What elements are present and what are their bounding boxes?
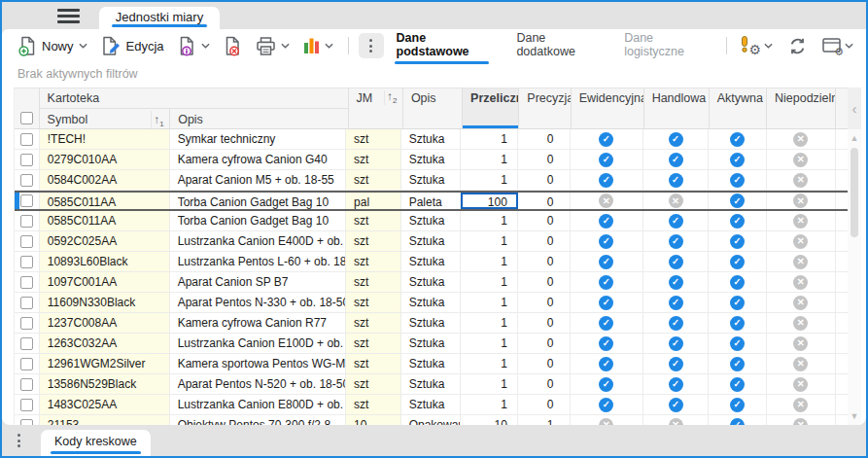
column-header-niepodzielna[interactable]: Niepodzielna [767, 88, 836, 128]
cell-opis[interactable]: Aparat Canion M5 + ob. 18-55 [170, 170, 346, 190]
settings-alert-button[interactable]: ⚙ [737, 34, 776, 57]
cell-przelicznik[interactable]: 10 [461, 415, 518, 425]
table-row[interactable]: 1483C025AA Lustrzanka Canion E800D + ob.… [15, 395, 848, 415]
table-row[interactable]: 0592C025AA Lustrzanka Canion E400D + ob.… [15, 231, 848, 252]
table-row[interactable]: 1263C032AA Lustrzanka Canion E100D + ob.… [15, 334, 848, 354]
cell-jm[interactable]: szt [346, 170, 401, 190]
tab-dane-dodatkowe[interactable]: Dane dodatkowe [514, 25, 597, 67]
cell-aktywna[interactable]: ✓ [709, 293, 766, 312]
cell-symbol[interactable]: 0585C011AA [40, 193, 170, 209]
cell-jm-opis[interactable]: Sztuka [401, 374, 462, 394]
cell-przelicznik[interactable]: 1 [461, 374, 518, 394]
cell-symbol[interactable]: 1263C032AA [40, 334, 170, 353]
cell-handlowa[interactable]: ✓ [643, 272, 709, 292]
cell-precyzja[interactable]: 0 [518, 395, 571, 414]
cell-handlowa[interactable]: ✓ [643, 313, 709, 333]
cell-precyzja[interactable]: 0 [518, 334, 571, 353]
scroll-up-button[interactable]: ▲ [848, 133, 861, 143]
cell-ewidencyjna[interactable]: ✓ [571, 334, 643, 353]
cell-aktywna[interactable]: ✓ [709, 129, 766, 149]
cell-jm[interactable]: szt [346, 293, 401, 312]
cell-precyzja[interactable]: 0 [518, 129, 571, 149]
cell-niepodzielna[interactable]: ✕ [767, 211, 836, 230]
cell-ewidencyjna[interactable]: ✓ [571, 313, 643, 333]
cell-przelicznik[interactable]: 1 [461, 150, 518, 169]
cell-symbol[interactable]: 11609N330Black [40, 293, 170, 312]
cell-ewidencyjna[interactable]: ✓ [571, 150, 643, 169]
cell-opis[interactable]: Aparat Pentos N-520 + ob. 18-50 [170, 374, 346, 394]
cell-opis[interactable]: Kamera cyfrowa Canion G40 [170, 150, 346, 169]
cell-handlowa[interactable]: ✓ [643, 395, 709, 414]
cell-ewidencyjna[interactable]: ✓ [571, 374, 643, 394]
cell-handlowa[interactable]: ✓ [643, 231, 709, 251]
table-row[interactable]: 12961WGM2Silver Kamera sportowa Pentos W… [15, 354, 848, 374]
cell-przelicznik[interactable]: 1 [461, 293, 518, 312]
cell-przelicznik[interactable]: 1 [461, 252, 518, 271]
cell-jm[interactable]: szt [346, 354, 401, 373]
column-header-jm[interactable]: JM ↑2 [349, 88, 403, 128]
cell-aktywna[interactable]: ✓ [709, 211, 766, 230]
print-button[interactable] [251, 34, 295, 58]
table-row[interactable]: !TECH! Symkar techniczny szt Sztuka 1 0 … [15, 129, 848, 150]
cell-aktywna[interactable]: ✓ [709, 252, 766, 271]
cell-przelicznik[interactable]: 1 [461, 211, 518, 230]
cell-ewidencyjna[interactable]: ✓ [571, 211, 643, 230]
tab-dane-podstawowe[interactable]: Dane podstawowe [395, 25, 490, 67]
cell-niepodzielna[interactable]: ✕ [767, 150, 836, 169]
row-checkbox[interactable] [20, 399, 33, 411]
refresh-button[interactable] [785, 35, 810, 57]
cell-handlowa[interactable]: ✓ [643, 354, 709, 373]
cell-opis[interactable]: Kamera sportowa Pentos WG-M2 [170, 354, 346, 373]
cell-ewidencyjna[interactable]: ✓ [571, 272, 643, 292]
cell-niepodzielna[interactable]: ✕ [767, 415, 836, 425]
cell-jm[interactable]: 10 [346, 415, 401, 425]
row-checkbox[interactable] [20, 337, 33, 350]
cell-ewidencyjna[interactable]: ✓ [571, 395, 643, 414]
row-checkbox[interactable] [20, 358, 33, 370]
cell-jm-opis[interactable]: Sztuka [401, 272, 462, 292]
cell-aktywna[interactable]: ✓ [709, 334, 766, 353]
row-checkbox[interactable] [20, 276, 33, 289]
cell-jm[interactable]: szt [346, 334, 401, 353]
cell-opis[interactable]: Torba Canion Gadget Bag 10 [170, 193, 346, 209]
cell-jm-opis[interactable]: Sztuka [401, 129, 462, 149]
cell-opis[interactable]: Obiektyw Pentos 70-300 f/2.8 [170, 415, 346, 425]
cell-jm-opis[interactable]: Sztuka [401, 170, 462, 190]
cell-niepodzielna[interactable]: ✕ [767, 252, 836, 271]
cell-aktywna[interactable]: ✓ [709, 272, 766, 292]
cell-jm-opis[interactable]: Opakowanie [401, 415, 462, 425]
view-settings-button[interactable]: ⚙ [819, 35, 856, 56]
row-checkbox[interactable] [20, 194, 33, 207]
cell-ewidencyjna[interactable]: ✓ [571, 231, 643, 251]
cell-handlowa[interactable]: ✓ [643, 150, 709, 169]
cell-niepodzielna[interactable]: ✕ [767, 313, 836, 333]
cell-niepodzielna[interactable]: ✕ [767, 374, 836, 394]
cell-jm-opis[interactable]: Sztuka [401, 231, 462, 251]
cell-handlowa[interactable]: ✕ [643, 415, 709, 425]
cell-aktywna[interactable]: ✓ [709, 395, 766, 414]
cell-opis[interactable]: Lustrzanka Canion E100D + ob. 18-55 [170, 334, 346, 353]
cell-jm-opis[interactable]: Paleta [401, 193, 462, 209]
cell-niepodzielna[interactable]: ✕ [767, 354, 836, 373]
cell-ewidencyjna[interactable]: ✕ [571, 193, 643, 209]
table-row[interactable]: 1097C001AA Aparat Canion SP B7 szt Sztuk… [15, 272, 848, 293]
cell-jm[interactable]: szt [346, 231, 401, 251]
column-header-handlowa[interactable]: Handlowa [644, 88, 710, 128]
cell-aktywna[interactable]: ✓ [709, 354, 766, 373]
cell-jm-opis[interactable]: Sztuka [401, 293, 462, 312]
row-checkbox[interactable] [20, 378, 33, 391]
cell-przelicznik[interactable]: 1 [461, 354, 518, 373]
cell-ewidencyjna[interactable]: ✓ [571, 170, 643, 190]
row-checkbox[interactable] [20, 256, 33, 268]
cell-opis[interactable]: Kamera cyfrowa Canion R77 [170, 313, 346, 333]
cell-precyzja[interactable]: 0 [518, 150, 571, 169]
tab-dane-logistyczne[interactable]: Dane logistyczne [622, 25, 706, 67]
cell-niepodzielna[interactable]: ✕ [767, 129, 836, 149]
cell-handlowa[interactable]: ✓ [643, 129, 709, 149]
cell-przelicznik[interactable]: 1 [461, 334, 518, 353]
cell-handlowa[interactable]: ✓ [643, 374, 709, 394]
cell-handlowa[interactable]: ✓ [643, 293, 709, 312]
cell-niepodzielna[interactable]: ✕ [767, 334, 836, 353]
cell-jm[interactable]: szt [346, 211, 401, 230]
cell-precyzja[interactable]: 1 [518, 415, 571, 425]
